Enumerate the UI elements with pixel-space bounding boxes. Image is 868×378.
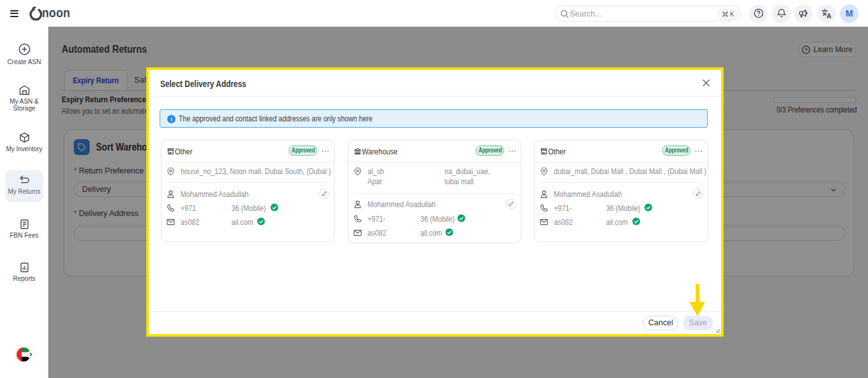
- svg-text:A: A: [827, 12, 832, 18]
